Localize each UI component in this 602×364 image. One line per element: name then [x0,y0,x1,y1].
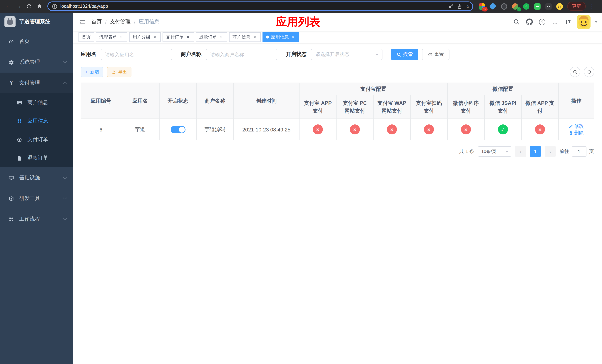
extension-green-square-icon[interactable] [532,1,542,11]
close-icon[interactable]: × [119,34,124,40]
breadcrumb-home[interactable]: 首页 [91,19,102,25]
site-info-icon[interactable] [52,3,57,9]
sidebar-toggle-button[interactable] [73,13,91,31]
tab-label: 退款订单 [199,34,217,40]
current-page-button[interactable]: 1 [530,146,541,157]
tab-user-group[interactable]: 用户分组 × [129,32,161,42]
password-key-icon[interactable] [449,3,454,9]
grid-icon [16,118,22,124]
page-title: 应用列表 [276,14,320,30]
tab-label: 商户信息 [233,34,250,40]
tab-refund-order[interactable]: 退款订单 × [196,32,227,42]
next-page-button[interactable]: › [545,146,556,157]
tab-app-info[interactable]: 应用信息 × [262,32,299,42]
extension-pin-icon[interactable] [544,1,553,11]
hamburger-icon [79,18,86,25]
sidebar-item-home[interactable]: 首页 [0,31,73,52]
extension-dark-icon[interactable] [499,1,509,11]
extensions-menu-icon[interactable]: 10 [477,1,486,11]
col-header-alipay-wap: 支付宝 WAP 网站支付 [373,95,410,119]
sidebar-item-refund-order[interactable]: 退款订单 [0,149,73,167]
sidebar-item-workflow[interactable]: 工作流程 [0,209,73,230]
reset-button[interactable]: 重置 [422,49,450,60]
close-icon[interactable]: × [152,34,157,40]
bookmark-star-icon[interactable]: ☆ [466,3,470,9]
chevron-down-icon [63,60,67,63]
back-button[interactable]: ← [3,1,13,11]
status-toggle[interactable] [171,126,185,133]
url-text[interactable]: localhost:1024/pay/app [60,4,446,9]
search-button[interactable]: 搜索 [391,49,418,60]
home-button[interactable] [34,1,44,11]
profile-extension-icon[interactable]: 1 [510,1,520,11]
toggle-search-button[interactable] [570,67,580,77]
col-header-create-time: 创建时间 [233,83,299,119]
user-dropdown-caret-icon[interactable] [595,21,598,23]
cell-actions: 修改 删除 [559,119,594,140]
tab-process-form[interactable]: 流程表单 × [96,32,127,42]
sidebar-item-infrastructure[interactable]: 基础设施 [0,167,73,188]
fullscreen-icon[interactable] [552,19,558,25]
cell-merchant: 芋道源码 [196,119,233,140]
col-header-app-name: 应用名 [121,83,159,119]
goto-page-input[interactable] [572,146,586,157]
extension-blue-icon[interactable] [488,1,498,11]
tab-merchant-info[interactable]: 商户信息 × [229,32,261,42]
add-button[interactable]: + 新增 [81,67,103,77]
wechat-app-status-icon: × [535,124,545,134]
github-icon[interactable] [526,19,533,25]
col-header-status: 开启状态 [159,83,196,119]
chevron-down-icon [63,217,67,220]
sidebar-item-merchant-info[interactable]: 商户信息 [0,93,73,112]
search-button-label: 搜索 [403,51,413,58]
close-icon[interactable]: × [291,34,296,40]
browser-update-button[interactable]: 更新 [567,2,586,11]
font-size-icon[interactable]: TT [565,19,570,25]
forward-button[interactable]: → [13,1,24,11]
merchant-name-input[interactable] [206,49,277,60]
gear-icon [8,59,14,65]
sidebar-item-pay-order[interactable]: 支付订单 [0,130,73,149]
breadcrumb-payment[interactable]: 支付管理 [110,19,131,25]
delete-button[interactable]: 删除 [569,129,584,136]
page-size-value: 10条/页 [481,148,496,155]
extensions-area: 10 1 ✓ [476,1,565,11]
alipay-pc-status-icon: × [350,124,360,134]
sidebar-item-app-info[interactable]: 应用信息 [0,112,73,130]
extension-badge: 10 [482,7,488,11]
tab-home[interactable]: 首页 [78,32,94,42]
browser-profile-avatar[interactable] [555,1,564,11]
prev-page-button[interactable]: ‹ [515,146,526,157]
status-select[interactable]: 请选择开启状态 ▾ [311,49,382,60]
edit-button[interactable]: 修改 [569,123,584,129]
close-icon[interactable]: × [252,34,257,40]
address-bar[interactable]: localhost:1024/pay/app ☆ [47,1,473,11]
reload-button[interactable] [24,1,34,11]
sidebar-item-label: 应用信息 [27,118,66,124]
col-header-alipay-app: 支付宝 APP 支付 [299,95,336,119]
close-icon[interactable]: × [185,34,191,40]
search-icon[interactable] [513,19,520,25]
tab-pay-order[interactable]: 支付订单 × [162,32,194,42]
user-avatar[interactable] [577,15,591,29]
col-header-wechat-jsapi: 微信 JSAPI 支付 [484,95,521,119]
extension-green-check-icon[interactable]: ✓ [521,1,531,11]
export-button-label: 导出 [118,69,127,75]
sidebar-item-payment[interactable]: ¥ 支付管理 [0,73,73,93]
page-size-select[interactable]: 10条/页 ▾ [478,146,511,157]
goto-suffix: 页 [589,148,594,155]
export-button[interactable]: 导出 [107,67,131,77]
help-icon[interactable]: ? [539,19,545,25]
cell-app-name: 芋道 [121,119,159,140]
app-logo[interactable]: 芋道管理系统 [0,13,73,31]
app-name-input[interactable] [101,49,172,60]
col-header-wechat-mini: 微信小程序支付 [447,95,484,119]
browser-menu-icon[interactable]: ⋮ [588,3,596,10]
refresh-table-button[interactable] [584,67,594,77]
chevron-down-icon [63,196,67,200]
sidebar-item-dev-tools[interactable]: 研发工具 [0,188,73,209]
payment-submenu: 商户信息 应用信息 支付订单 [0,93,73,167]
sidebar-item-system[interactable]: 系统管理 [0,52,73,73]
close-icon[interactable]: × [219,34,224,40]
share-icon[interactable] [457,3,462,9]
